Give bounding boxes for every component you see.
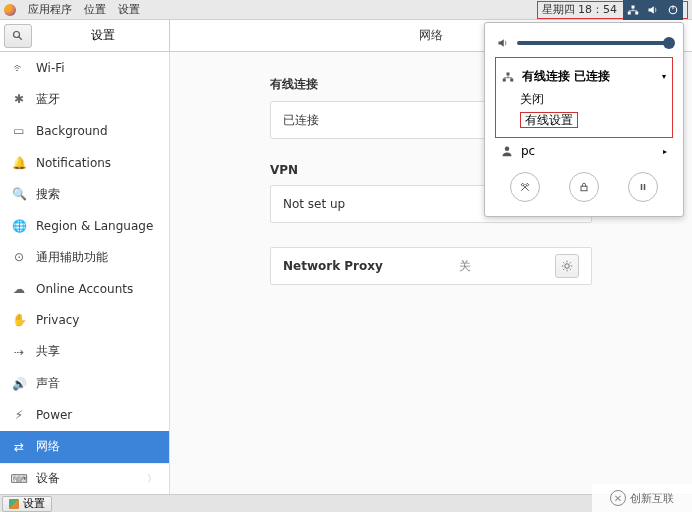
taskbar-settings-button[interactable]: 设置 (2, 496, 52, 512)
search-icon (12, 30, 24, 42)
svg-rect-11 (581, 186, 587, 191)
svg-rect-4 (672, 5, 673, 9)
network-proxy-row[interactable]: Network Proxy 关 (270, 247, 592, 285)
sidebar-item-sound[interactable]: 🔊声音 (0, 368, 169, 400)
sidebar-item-background[interactable]: ▭Background (0, 115, 169, 147)
network-tray-icon[interactable] (627, 4, 639, 16)
proxy-label: Network Proxy (283, 259, 383, 273)
watermark: ✕ 创新互联 (592, 484, 692, 512)
vpn-status: Not set up (283, 197, 345, 211)
settings-sidebar: ᯤWi-Fi ✱蓝牙 ▭Background 🔔Notifications 🔍搜… (0, 52, 170, 494)
bluetooth-icon: ✱ (12, 92, 26, 106)
menu-settings[interactable]: 设置 (118, 2, 140, 17)
menu-locations[interactable]: 位置 (84, 2, 106, 17)
hand-icon: ✋ (12, 313, 26, 327)
svg-rect-8 (503, 78, 506, 81)
settings-button[interactable] (510, 172, 540, 202)
devices-icon: ⌨ (12, 472, 26, 486)
search-icon: 🔍 (12, 187, 26, 201)
sidebar-title: 设置 (36, 27, 169, 44)
wifi-icon: ᯤ (12, 61, 26, 75)
svg-rect-0 (632, 5, 635, 8)
clock[interactable]: 星期四 18：54 (542, 2, 618, 17)
sidebar-item-notifications[interactable]: 🔔Notifications (0, 147, 169, 179)
chevron-down-icon: ▾ (662, 72, 666, 81)
user-submenu[interactable]: pc ▸ (495, 138, 673, 160)
user-icon (501, 145, 513, 157)
wired-settings-item[interactable]: 有线设置 (496, 110, 672, 131)
settings-taskbar-icon (9, 499, 19, 509)
background-icon: ▭ (12, 124, 26, 138)
globe-icon: 🌐 (12, 219, 26, 233)
volume-icon (497, 37, 509, 49)
chevron-down-icon: ▸ (663, 147, 667, 156)
volume-slider[interactable] (517, 41, 671, 45)
watermark-text: 创新互联 (630, 491, 674, 506)
page-title: 网络 (419, 27, 443, 44)
svg-rect-12 (641, 184, 643, 190)
watermark-icon: ✕ (610, 490, 626, 506)
network-submenu-header[interactable]: 有线连接 已连接 ▾ (496, 64, 672, 89)
sidebar-item-wifi[interactable]: ᯤWi-Fi (0, 52, 169, 84)
network-submenu: 有线连接 已连接 ▾ 关闭 有线设置 (495, 57, 673, 138)
sidebar-item-power[interactable]: ⚡Power (0, 399, 169, 431)
svg-rect-2 (635, 11, 638, 14)
svg-rect-7 (507, 72, 510, 75)
share-icon: ⇢ (12, 345, 26, 359)
sidebar-item-search[interactable]: 🔍搜索 (0, 178, 169, 210)
sidebar-item-region[interactable]: 🌐Region & Language (0, 210, 169, 242)
wired-status: 已连接 (283, 112, 319, 129)
gear-icon (561, 260, 573, 272)
svg-rect-9 (510, 78, 513, 81)
volume-thumb[interactable] (663, 37, 675, 49)
network-submenu-title: 有线连接 已连接 (522, 68, 610, 85)
power-button[interactable] (628, 172, 658, 202)
sidebar-item-bluetooth[interactable]: ✱蓝牙 (0, 84, 169, 116)
accessibility-icon: ⊙ (12, 250, 26, 264)
volume-tray-icon[interactable] (647, 4, 659, 16)
bottom-taskbar: 设置 (0, 494, 692, 512)
cloud-icon: ☁ (12, 282, 26, 296)
power-tray-icon[interactable] (667, 4, 679, 16)
activities-icon[interactable] (4, 4, 16, 16)
svg-point-6 (565, 264, 570, 269)
system-tray[interactable] (623, 0, 683, 20)
lock-button[interactable] (569, 172, 599, 202)
search-button[interactable] (4, 24, 32, 48)
lock-icon (578, 181, 590, 193)
user-name: pc (521, 144, 535, 158)
power-icon: ⚡ (12, 408, 26, 422)
proxy-off-label: 关 (459, 258, 471, 275)
system-tray-highlight: 星期四 18：54 (537, 1, 689, 19)
svg-rect-1 (628, 11, 631, 14)
proxy-settings-button[interactable] (555, 254, 579, 278)
sound-icon: 🔊 (12, 377, 26, 391)
bell-icon: 🔔 (12, 156, 26, 170)
top-menu-bar: 应用程序 位置 设置 星期四 18：54 (0, 0, 692, 20)
pause-icon (637, 181, 649, 193)
sidebar-item-network[interactable]: ⇄网络 (0, 431, 169, 463)
sidebar-item-accessibility[interactable]: ⊙通用辅助功能 (0, 241, 169, 273)
network-turn-off[interactable]: 关闭 (496, 89, 672, 110)
svg-point-5 (14, 31, 20, 37)
network-icon: ⇄ (12, 440, 26, 454)
chevron-right-icon: 〉 (147, 472, 157, 486)
sidebar-item-sharing[interactable]: ⇢共享 (0, 336, 169, 368)
sidebar-item-online-accounts[interactable]: ☁Online Accounts (0, 273, 169, 305)
svg-point-10 (505, 147, 510, 152)
svg-rect-13 (644, 184, 646, 190)
network-icon (502, 71, 514, 83)
sidebar-item-privacy[interactable]: ✋Privacy (0, 305, 169, 337)
menu-applications[interactable]: 应用程序 (28, 2, 72, 17)
system-menu-popup: 有线连接 已连接 ▾ 关闭 有线设置 pc ▸ (484, 22, 684, 217)
sidebar-item-devices[interactable]: ⌨设备〉 (0, 463, 169, 494)
tools-icon (519, 181, 531, 193)
